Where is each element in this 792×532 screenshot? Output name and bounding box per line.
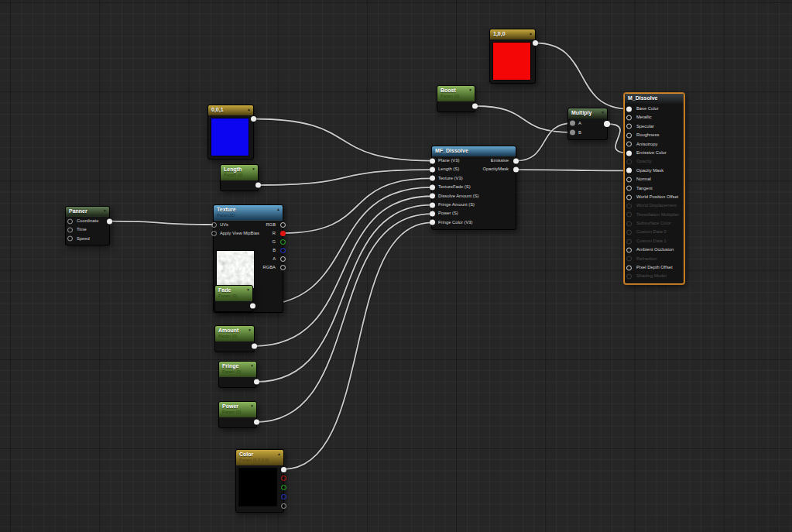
multiply-out-pin[interactable]	[604, 121, 610, 127]
texture-rgba-pin[interactable]	[280, 265, 286, 270]
node-panner[interactable]: Panner▼CoordinateTimeSpeed	[65, 206, 110, 245]
m-dissolve-world-position-offset-pin[interactable]	[626, 194, 632, 200]
node-length[interactable]: LengthParam (0)▼	[220, 164, 259, 191]
node-const-red[interactable]: 1,0,0▲	[489, 29, 536, 84]
texture-b-pin[interactable]	[280, 248, 286, 253]
node-fade[interactable]: FadeParam (0)▼	[214, 285, 253, 312]
m-dissolve-opacity-mask-pin[interactable]	[626, 168, 632, 173]
m-dissolve-opacity-pin[interactable]	[626, 160, 632, 165]
m-dissolve-world-displacement-pin[interactable]	[626, 203, 632, 208]
m-dissolve-metallic-pin[interactable]	[626, 115, 632, 121]
texture-rgb-pin[interactable]	[280, 222, 286, 228]
node-header[interactable]: AmountParam (0)▼	[215, 326, 254, 342]
fade-out-pin[interactable]	[250, 304, 255, 309]
wire-length-out-to-mf-dissolve-length-s[interactable]	[258, 170, 432, 185]
collapse-arrow-icon[interactable]: ▼	[601, 111, 605, 115]
mf-dissolve-texture-v3-pin[interactable]	[430, 176, 435, 181]
const-red-out-pin[interactable]	[533, 40, 538, 46]
mf-dissolve-fringe-amount-s-pin[interactable]	[430, 202, 435, 208]
texture-a-pin[interactable]	[280, 256, 286, 262]
multiply-a-pin[interactable]	[570, 121, 575, 126]
node-power[interactable]: PowerParam (0)▼	[218, 401, 257, 428]
node-header[interactable]: TextureParam2D▲	[214, 205, 283, 221]
node-header[interactable]: FringeParam (0)▼	[219, 362, 256, 377]
texture-g-pin[interactable]	[280, 239, 286, 245]
mf-dissolve-fringe-color-v3-pin[interactable]	[430, 220, 435, 225]
boost-out-pin[interactable]	[472, 104, 478, 109]
m-dissolve-specular-pin[interactable]	[626, 124, 632, 129]
mf-dissolve-emissive-pin[interactable]	[513, 158, 519, 163]
length-out-pin[interactable]	[255, 183, 261, 188]
m-dissolve-pixel-depth-offset-pin[interactable]	[626, 265, 632, 270]
node-fringe[interactable]: FringeParam (0)▼	[218, 361, 257, 388]
m-dissolve-subsurface-color-pin[interactable]	[626, 221, 632, 226]
node-header[interactable]: FadeParam (0)▼	[215, 286, 252, 301]
texture-preview[interactable]	[216, 250, 255, 289]
node-header[interactable]: BoostParam (0)▼	[437, 86, 475, 101]
mf-dissolve-texturefade-s-pin[interactable]	[430, 184, 435, 190]
node-mf-dissolve[interactable]: MF_DissolvePlane (V3)EmissiveLength (S)O…	[431, 146, 516, 230]
m-dissolve-emissive-color-pin[interactable]	[626, 150, 632, 156]
m-dissolve-custom-data-1-pin[interactable]	[626, 239, 632, 244]
texture-apply-view-mipbias-pin[interactable]	[211, 231, 217, 236]
const-blue-out-pin[interactable]	[251, 116, 256, 122]
collapse-arrow-icon[interactable]: ▲	[529, 32, 533, 36]
color-b-pin[interactable]	[281, 494, 286, 499]
panner-coordinate-pin[interactable]	[67, 218, 73, 224]
mf-dissolve-dissolve-amount-s-pin[interactable]	[430, 194, 435, 199]
panner-out-pin[interactable]	[107, 218, 112, 224]
collapse-arrow-icon[interactable]: ▼	[250, 364, 254, 368]
panner-speed-pin[interactable]	[67, 236, 73, 242]
collapse-arrow-icon[interactable]: ▼	[250, 404, 254, 408]
texture-r-pin[interactable]	[280, 231, 286, 236]
node-header[interactable]: PowerParam (0)▼	[219, 402, 256, 417]
node-header[interactable]: MF_Dissolve	[432, 146, 516, 156]
texture-uvs-pin[interactable]	[211, 222, 217, 228]
collapse-arrow-icon[interactable]: ▼	[103, 209, 107, 213]
color-a-pin[interactable]	[281, 503, 286, 509]
color-swatch[interactable]	[492, 42, 531, 81]
node-header[interactable]: 1,0,0▲	[490, 29, 535, 39]
node-header[interactable]: Panner▼	[66, 207, 109, 217]
mf-dissolve-power-s-pin[interactable]	[430, 211, 435, 217]
color-out-pin[interactable]	[281, 467, 286, 472]
node-amount[interactable]: AmountParam (0)▼	[214, 325, 255, 352]
node-boost[interactable]: BoostParam (0)▼	[437, 85, 475, 112]
node-const-blue[interactable]: 0,0,1▲	[207, 105, 254, 160]
color-swatch[interactable]	[238, 468, 277, 506]
node-header[interactable]: 0,0,1▲	[208, 105, 253, 115]
color-r-pin[interactable]	[281, 475, 286, 481]
m-dissolve-shading-model-pin[interactable]	[626, 274, 632, 280]
node-color[interactable]: ColorParam (0,0,0,0)▲	[235, 449, 284, 513]
node-header[interactable]: ColorParam (0,0,0,0)▲	[236, 450, 283, 465]
node-header[interactable]: LengthParam (0)▼	[221, 165, 258, 180]
mf-dissolve-opacitymask-pin[interactable]	[513, 167, 519, 173]
m-dissolve-anisotropy-pin[interactable]	[626, 142, 632, 147]
m-dissolve-normal-pin[interactable]	[626, 177, 632, 182]
wire-texture-r-to-mf-dissolve-texture-v3[interactable]	[283, 178, 432, 233]
node-header[interactable]: M_Dissolve	[625, 94, 684, 104]
m-dissolve-ambient-occlusion-pin[interactable]	[626, 247, 632, 252]
m-dissolve-tangent-pin[interactable]	[626, 186, 632, 191]
color-swatch[interactable]	[211, 118, 249, 156]
panner-time-pin[interactable]	[67, 228, 73, 233]
collapse-arrow-icon[interactable]: ▲	[276, 208, 280, 211]
color-g-pin[interactable]	[281, 485, 286, 490]
multiply-b-pin[interactable]	[570, 130, 575, 136]
power-out-pin[interactable]	[254, 420, 259, 425]
collapse-arrow-icon[interactable]: ▼	[468, 88, 472, 92]
graph-canvas[interactable]: 1,0,0▲BoostParam (0)▼Multiply▼ABM_Dissol…	[0, 0, 792, 532]
node-multiply[interactable]: Multiply▼AB	[567, 108, 608, 140]
fringe-out-pin[interactable]	[254, 379, 259, 385]
wire-const-red-out-to-m-dissolve-base-color[interactable]	[535, 43, 629, 109]
m-dissolve-roughness-pin[interactable]	[626, 132, 632, 138]
node-header[interactable]: Multiply▼	[568, 108, 607, 118]
collapse-arrow-icon[interactable]: ▼	[252, 167, 255, 171]
collapse-arrow-icon[interactable]: ▲	[247, 108, 251, 112]
collapse-arrow-icon[interactable]: ▼	[248, 328, 252, 332]
wire-const-blue-out-to-mf-dissolve-plane-v3[interactable]	[253, 119, 432, 161]
m-dissolve-base-color-pin[interactable]	[626, 106, 632, 112]
mf-dissolve-length-s-pin[interactable]	[430, 167, 435, 173]
m-dissolve-tessellation-multiplier-pin[interactable]	[626, 212, 632, 218]
node-m-dissolve[interactable]: M_DissolveBase ColorMetallicSpecularRoug…	[624, 93, 684, 284]
